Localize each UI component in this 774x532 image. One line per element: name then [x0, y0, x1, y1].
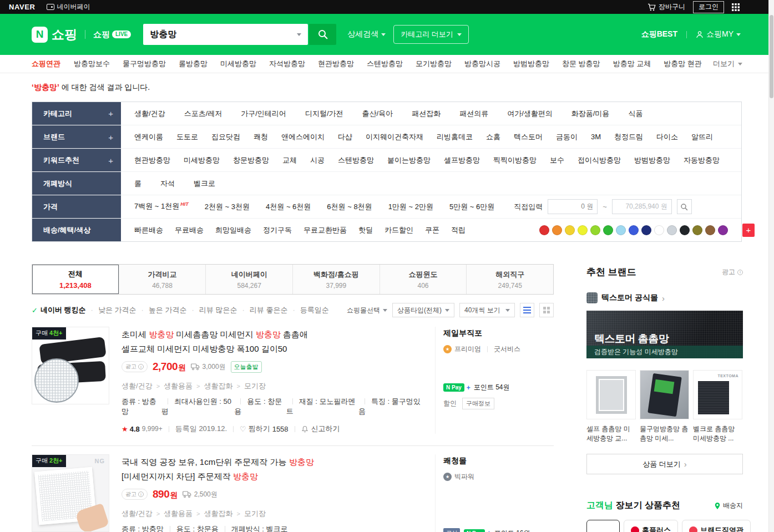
- list-view-button[interactable]: [520, 303, 534, 317]
- cart-link[interactable]: 장바구니: [647, 2, 685, 12]
- shopping-logo[interactable]: N 쇼핑: [32, 26, 77, 43]
- shopping-live-link[interactable]: 쇼핑 LIVE: [93, 29, 131, 40]
- category-crumb[interactable]: 생활/건강: [122, 509, 153, 519]
- category-crumb[interactable]: 생활잡화: [193, 509, 232, 519]
- scrollbar[interactable]: [768, 0, 774, 532]
- filter-option[interactable]: 패션의류: [459, 109, 488, 119]
- sort-option[interactable]: 등록일순: [287, 305, 328, 315]
- price-range-option[interactable]: 6천원 ~ 8천원: [327, 202, 372, 212]
- filter-option[interactable]: 식품: [628, 109, 643, 119]
- related-keyword-link[interactable]: 스텐방충망: [367, 59, 403, 69]
- filter-option[interactable]: 벨크로: [194, 179, 215, 189]
- mall-select-dropdown[interactable]: 쇼핑몰선택: [347, 306, 387, 315]
- tab-department[interactable]: 백화점/홈쇼핑 37,999: [292, 265, 380, 294]
- related-keyword-link[interactable]: 롤방충망: [179, 59, 208, 69]
- filter-label-category[interactable]: 카테고리 +: [32, 102, 121, 125]
- benefit-option[interactable]: 쿠폰: [425, 225, 439, 235]
- search-dropdown-caret-icon[interactable]: [297, 33, 301, 36]
- filter-option[interactable]: 롤: [134, 179, 141, 189]
- filter-option[interactable]: 엔케이룸: [134, 132, 163, 142]
- sort-option-active[interactable]: 네이버 랭킹순: [41, 305, 86, 315]
- filter-label-open-type[interactable]: 개폐방식: [32, 172, 121, 195]
- tab-window[interactable]: 쇼핑윈도 406: [380, 265, 467, 294]
- color-swatch[interactable]: [641, 225, 651, 235]
- related-keyword-link[interactable]: 물구멍방충망: [123, 59, 166, 69]
- filter-option[interactable]: 찍찍이방충망: [493, 155, 537, 165]
- delivery-address-link[interactable]: 배송지: [714, 501, 743, 510]
- color-swatch[interactable]: [603, 225, 613, 235]
- filter-option[interactable]: 알뜨리: [691, 132, 713, 142]
- filter-option[interactable]: 집요닷컴: [211, 132, 240, 142]
- benefit-option[interactable]: 무료배송: [175, 225, 204, 235]
- filter-option[interactable]: 스포츠/레저: [184, 109, 222, 119]
- filter-option[interactable]: 다샵: [338, 132, 352, 142]
- filter-option[interactable]: 쾌청: [254, 132, 268, 142]
- benefit-option[interactable]: 정기구독: [263, 225, 292, 235]
- filter-option[interactable]: 미세방충망: [184, 155, 220, 165]
- product-subtitle[interactable]: 셀프교체 미세먼지 미세방충망 폭100 길이50: [122, 343, 424, 354]
- filter-label-benefit[interactable]: 배송/혜택/색상: [32, 219, 121, 241]
- color-swatch[interactable]: [692, 225, 702, 235]
- mall-name[interactable]: 제일부직포: [443, 328, 554, 338]
- naver-logo[interactable]: NAVER: [9, 3, 36, 11]
- product-type-dropdown[interactable]: 상품타입(전체): [392, 303, 454, 317]
- product-title[interactable]: 초미세 방충망 미세촘촘망 미세먼지 방충망 촘촘애: [122, 328, 424, 340]
- related-keyword-link[interactable]: 방충망시공: [464, 59, 500, 69]
- filter-option[interactable]: 텍스토머: [514, 132, 543, 142]
- product-subtitle[interactable]: [미세먼지까지 차단] 주문제작 방충망: [122, 470, 424, 482]
- color-swatch[interactable]: [667, 225, 677, 235]
- filter-option[interactable]: 생활/건강: [134, 109, 165, 119]
- category-crumb[interactable]: 생활잡화: [193, 381, 232, 391]
- related-keyword-link[interactable]: 미세방충망: [220, 59, 256, 69]
- more-products-button[interactable]: 상품 더보기 ›: [586, 454, 743, 474]
- filter-option[interactable]: 스텐방충망: [338, 155, 374, 165]
- report-button[interactable]: 신고하기: [311, 424, 340, 434]
- grid-view-button[interactable]: [539, 303, 554, 317]
- grocery-tab-all[interactable]: 전체: [586, 520, 620, 532]
- shopping-best-link[interactable]: 쇼핑BEST: [641, 29, 677, 39]
- tab-all[interactable]: 전체 1,213,408: [32, 265, 119, 294]
- brand-product-item[interactable]: 물구멍방충망 촘촘망 미세...: [640, 370, 689, 443]
- detail-search-button[interactable]: 상세검색: [347, 29, 386, 39]
- filter-option[interactable]: 창문방충망: [233, 155, 269, 165]
- mall-name[interactable]: 쾌청몰: [443, 456, 554, 466]
- filter-option[interactable]: 방범방충망: [634, 155, 670, 165]
- brand-banner[interactable]: 텍스토머 촘촘망 검증받은 기능성 미세방충망: [586, 311, 743, 358]
- filter-option[interactable]: 화장품/미용: [571, 109, 610, 119]
- purchase-info-button[interactable]: 구매정보: [462, 398, 494, 409]
- discount-link[interactable]: 할인: [443, 399, 457, 408]
- expand-plus-icon[interactable]: +: [108, 133, 113, 142]
- related-more-button[interactable]: 더보기: [713, 59, 742, 69]
- search-button[interactable]: [309, 24, 336, 45]
- filter-label-brand[interactable]: 브랜드 +: [32, 125, 121, 148]
- color-swatch[interactable]: [654, 225, 664, 235]
- filter-option[interactable]: 현관방충망: [134, 155, 170, 165]
- filter-option[interactable]: 이지웨이건축자재: [366, 132, 423, 142]
- product-title[interactable]: 국내 직영 공장 보유, 1cm단위 주문제작 가능 방충망: [122, 456, 424, 468]
- benefit-option[interactable]: 적립: [451, 225, 466, 235]
- related-keyword-link[interactable]: 방충망 현관: [664, 59, 702, 69]
- filter-option[interactable]: 접이식방충망: [578, 155, 621, 165]
- filter-option[interactable]: 리빙홈데코: [437, 132, 473, 142]
- shopping-my-menu[interactable]: 쇼핑MY: [696, 29, 741, 39]
- color-swatch[interactable]: [578, 225, 588, 235]
- color-swatch[interactable]: [552, 225, 562, 235]
- filter-option[interactable]: 도토로: [176, 132, 198, 142]
- benefit-option[interactable]: 빠른배송: [134, 225, 163, 235]
- filter-label-keyword[interactable]: 키워드추천 +: [32, 149, 121, 171]
- tab-price-compare[interactable]: 가격비교 46,788: [119, 265, 206, 294]
- filter-option[interactable]: 붙이는방충망: [387, 155, 431, 165]
- price-range-option[interactable]: 1만원 ~ 2만원: [388, 202, 433, 212]
- page-size-dropdown[interactable]: 40개씩 보기: [459, 303, 515, 317]
- filter-option[interactable]: 자석: [160, 179, 175, 189]
- brand-store-link[interactable]: 텍스토머 공식몰 ›: [586, 292, 743, 303]
- filter-label-price[interactable]: 가격: [32, 195, 121, 218]
- related-keyword-link[interactable]: 자석방충망: [269, 59, 305, 69]
- color-swatch[interactable]: [539, 225, 549, 235]
- related-keyword-link[interactable]: 방범방충망: [513, 59, 549, 69]
- category-crumb[interactable]: 생활용품: [153, 509, 193, 519]
- filter-option[interactable]: 출산/육아: [362, 109, 393, 119]
- brand-product-item[interactable]: 셀프 촘촘망 미세방충망 교...: [586, 370, 636, 443]
- price-range-option[interactable]: 7백원 ~ 1천원HIT: [134, 201, 189, 211]
- filter-option[interactable]: 교체: [282, 155, 297, 165]
